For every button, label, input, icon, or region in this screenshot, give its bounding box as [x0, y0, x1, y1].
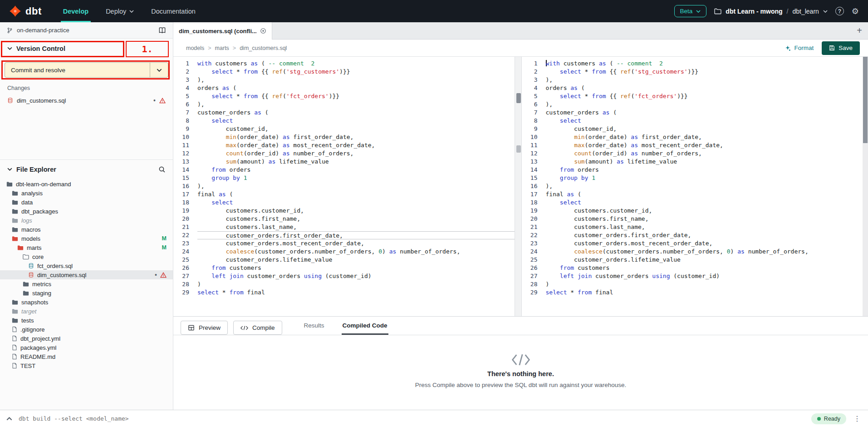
- nav-item-deploy[interactable]: Deploy: [97, 0, 142, 22]
- code-line-21[interactable]: customers.last_name,: [546, 223, 863, 231]
- code-line-1[interactable]: with customers as ( -- comment 2: [197, 60, 515, 68]
- code-line-11[interactable]: max(order_date) as most_recent_order_dat…: [197, 141, 515, 149]
- code-line-1[interactable]: with customers as ( -- comment 2: [546, 60, 863, 68]
- editor-pane-left[interactable]: 1234567891011121314151617181920212223242…: [173, 57, 515, 316]
- nav-item-documentation[interactable]: Documentation: [142, 0, 204, 22]
- code-line-22[interactable]: customer_orders.first_order_date,: [197, 231, 515, 239]
- preview-button[interactable]: Preview: [181, 321, 228, 335]
- code-line-15[interactable]: group by 1: [197, 174, 515, 182]
- code-line-18[interactable]: select: [197, 199, 515, 207]
- code-line-24[interactable]: coalesce(customer_orders.number_of_order…: [197, 248, 515, 256]
- code-line-13[interactable]: sum(amount) as lifetime_value: [197, 158, 515, 166]
- tree-item-dbt-learn-on-demand[interactable]: dbt-learn-on-demand: [0, 179, 173, 189]
- code-line-9[interactable]: customer_id,: [197, 125, 515, 133]
- tree-item-tests[interactable]: tests: [0, 316, 173, 325]
- code-line-23[interactable]: customer_orders.most_recent_order_date,: [546, 239, 863, 248]
- code-line-7[interactable]: customer_orders as (: [546, 109, 863, 117]
- commit-and-resolve-button[interactable]: Commit and resolve: [5, 62, 168, 78]
- code-line-29[interactable]: select * from final: [197, 288, 515, 297]
- code-line-10[interactable]: min(order_date) as first_order_date,: [546, 133, 863, 141]
- results-tab-compiled-code[interactable]: Compiled Code: [342, 322, 388, 335]
- code-line-5[interactable]: select * from {{ ref('fct_orders')}}: [546, 92, 863, 100]
- code-line-20[interactable]: customers.first_name,: [197, 215, 515, 223]
- tree-item-dbt_project.yml[interactable]: dbt_project.yml: [0, 334, 173, 343]
- tree-item-dim_customers.sql[interactable]: dim_customers.sql•: [0, 270, 173, 279]
- code-line-15[interactable]: group by 1: [546, 174, 863, 182]
- save-button[interactable]: Save: [822, 41, 860, 55]
- format-button[interactable]: Format: [785, 45, 814, 51]
- code-line-3[interactable]: ),: [197, 76, 515, 84]
- code-line-29[interactable]: select * from final: [546, 288, 863, 297]
- tree-item-macros[interactable]: macros: [0, 225, 173, 234]
- search-icon[interactable]: [158, 166, 166, 173]
- code-line-26[interactable]: from customers: [197, 264, 515, 272]
- code-line-27[interactable]: left join customer_orders using (custome…: [197, 272, 515, 280]
- code-line-20[interactable]: customers.first_name,: [546, 215, 863, 223]
- command-input[interactable]: [19, 415, 805, 422]
- code-line-6[interactable]: ),: [546, 100, 863, 109]
- scrollbar-thumb[interactable]: [516, 93, 521, 103]
- code-line-16[interactable]: ),: [197, 182, 515, 190]
- tree-item-marts[interactable]: martsM: [0, 243, 173, 252]
- gear-icon[interactable]: ⚙: [852, 7, 859, 15]
- left-pane-scrollbar[interactable]: [515, 57, 522, 316]
- code-line-25[interactable]: customer_orders.lifetime_value: [546, 256, 863, 264]
- tree-item-target[interactable]: target: [0, 307, 173, 316]
- tree-item-packages.yml[interactable]: packages.yml: [0, 343, 173, 352]
- version-control-header[interactable]: Version Control: [0, 39, 173, 58]
- docs-book-icon[interactable]: [158, 27, 166, 34]
- tree-item-analysis[interactable]: analysis: [0, 189, 173, 198]
- code-line-14[interactable]: from orders: [197, 166, 515, 174]
- chevron-up-icon[interactable]: [6, 417, 12, 421]
- nav-item-develop[interactable]: Develop: [54, 0, 97, 22]
- scrollbar-thumb[interactable]: [863, 57, 868, 143]
- compile-button[interactable]: Compile: [233, 321, 282, 335]
- code-line-4[interactable]: orders as (: [546, 84, 863, 92]
- tree-item-TEST[interactable]: TEST: [0, 361, 173, 370]
- code-right[interactable]: with customers as ( -- comment 2 select …: [542, 60, 863, 316]
- breadcrumb-item-models[interactable]: models: [186, 45, 204, 51]
- tree-item-snapshots[interactable]: snapshots: [0, 298, 173, 307]
- tab-dim-customers[interactable]: dim_customers.sql (confli...: [173, 22, 272, 40]
- code-line-2[interactable]: select * from {{ ref('stg_customers')}}: [197, 68, 515, 76]
- code-line-7[interactable]: customer_orders as (: [197, 109, 515, 117]
- code-line-28[interactable]: ): [197, 280, 515, 288]
- code-line-16[interactable]: ),: [546, 182, 863, 190]
- code-line-8[interactable]: select: [546, 117, 863, 125]
- code-line-17[interactable]: final as (: [546, 190, 863, 199]
- breadcrumb-item-marts[interactable]: marts: [215, 45, 229, 51]
- code-line-27[interactable]: left join customer_orders using (custome…: [546, 272, 863, 280]
- right-pane-scrollbar[interactable]: [863, 57, 868, 316]
- commit-dropdown-chevron[interactable]: [150, 63, 168, 77]
- code-line-24[interactable]: coalesce(customer_orders.number_of_order…: [546, 248, 863, 256]
- tree-item-models[interactable]: modelsM: [0, 234, 173, 243]
- code-line-28[interactable]: ): [546, 280, 863, 288]
- code-line-12[interactable]: count(order_id) as number_of_orders,: [197, 149, 515, 158]
- tree-item-fct_orders.sql[interactable]: fct_orders.sql: [0, 261, 173, 270]
- tree-item-metrics[interactable]: metrics: [0, 279, 173, 288]
- code-line-8[interactable]: select: [197, 117, 515, 125]
- code-line-19[interactable]: customers.customer_id,: [197, 207, 515, 215]
- code-line-25[interactable]: customer_orders.lifetime_value: [197, 256, 515, 264]
- code-line-18[interactable]: select: [546, 199, 863, 207]
- code-line-6[interactable]: ),: [197, 100, 515, 109]
- tree-item-README.md[interactable]: README.md: [0, 352, 173, 361]
- editor-pane-right[interactable]: 1234567891011121314151617181920212223242…: [522, 57, 863, 316]
- code-line-23[interactable]: customer_orders.most_recent_order_date,: [197, 239, 515, 248]
- dbt-logo[interactable]: dbt: [0, 5, 54, 17]
- file-explorer-header[interactable]: File Explorer: [0, 159, 173, 179]
- code-line-2[interactable]: select * from {{ ref('stg_customers')}}: [546, 68, 863, 76]
- code-line-13[interactable]: sum(amount) as lifetime_value: [546, 158, 863, 166]
- kebab-menu-icon[interactable]: ⋮: [853, 414, 862, 423]
- tree-item-staging[interactable]: staging: [0, 288, 173, 298]
- code-line-5[interactable]: select * from {{ ref('fct_orders')}}: [197, 92, 515, 100]
- code-line-3[interactable]: ),: [546, 76, 863, 84]
- changed-file-dim_customers.sql[interactable]: dim_customers.sql•: [0, 95, 173, 106]
- tree-item-.gitignore[interactable]: .gitignore: [0, 325, 173, 334]
- help-icon[interactable]: ?: [835, 7, 844, 15]
- beta-toggle[interactable]: Beta: [674, 5, 707, 17]
- tree-item-dbt_packages[interactable]: dbt_packages: [0, 207, 173, 216]
- breadcrumb-item-dim_customers.sql[interactable]: dim_customers.sql: [240, 45, 287, 51]
- code-line-12[interactable]: count(order_id) as number_of_orders,: [546, 149, 863, 158]
- code-line-4[interactable]: orders as (: [197, 84, 515, 92]
